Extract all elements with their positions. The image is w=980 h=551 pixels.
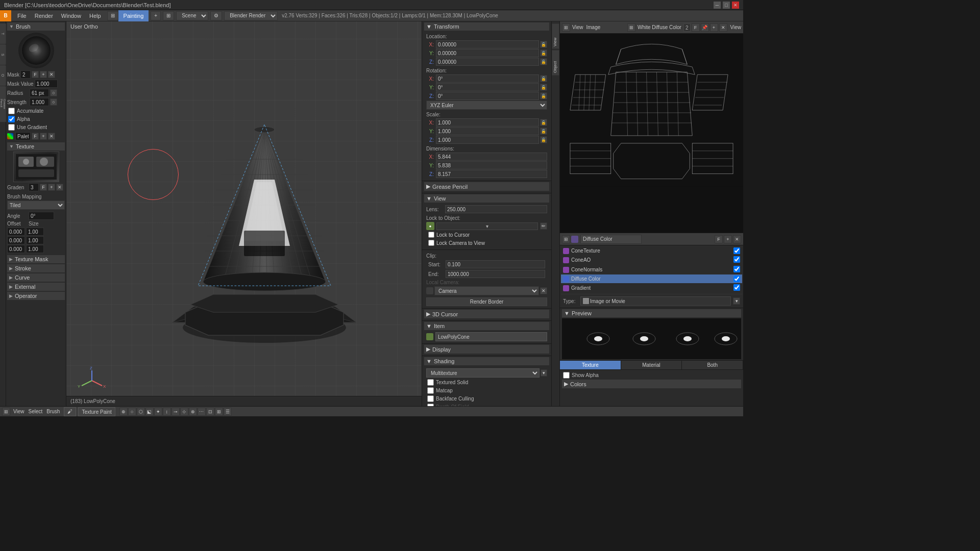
item-name-input[interactable] (435, 332, 547, 341)
backface-culling-check[interactable] (427, 395, 434, 402)
camera-x-btn[interactable]: ✕ (540, 287, 547, 294)
radius-icon-btn[interactable]: ○ (50, 89, 57, 96)
maximize-btn[interactable]: □ (723, 2, 730, 9)
z-scale-input[interactable] (436, 136, 539, 144)
slots-tab[interactable]: S (0, 44, 6, 65)
palett-plus-btn[interactable]: + (40, 133, 47, 140)
x-dim-input[interactable] (436, 153, 547, 161)
texture-mask-header[interactable]: ▶ Texture Mask (7, 255, 65, 263)
show-alpha-check[interactable] (563, 372, 570, 379)
preview-header[interactable]: ▼ Preview (562, 309, 741, 317)
y-loc-lock[interactable]: 🔓 (540, 49, 547, 57)
tex-item-coneao[interactable]: ConeAO (561, 255, 742, 265)
scene-editor-btn[interactable]: ⊞ (163, 11, 174, 20)
bottom-icon-1[interactable]: ⊕ (119, 408, 128, 416)
material-tab[interactable]: Material (621, 361, 682, 369)
lock-object-eyedrop[interactable]: ✏ (540, 222, 547, 230)
tex-item-diffuse[interactable]: Diffuse Color (561, 274, 742, 283)
x-scale-input[interactable] (436, 118, 539, 127)
z-scale-lock[interactable]: 🔓 (540, 136, 547, 143)
z-loc-input[interactable] (436, 58, 539, 66)
lock-object-btn[interactable]: ▾ (436, 222, 538, 230)
brush-btn[interactable]: Brush (46, 409, 60, 414)
gradient-f-btn[interactable]: F (40, 184, 47, 191)
tex-editor-type-btn[interactable]: ⊞ (562, 235, 570, 243)
shading-mode-btn[interactable]: ▾ (541, 369, 547, 377)
mask-x-btn[interactable]: ✕ (48, 71, 55, 78)
both-tab[interactable]: Both (682, 361, 743, 369)
bottom-icon-11[interactable]: ⊡ (206, 408, 214, 416)
size-x-input[interactable] (26, 228, 44, 236)
bottom-icon-4[interactable]: ⬕ (145, 408, 154, 416)
z-rot-input[interactable] (436, 92, 539, 100)
z-loc-lock[interactable]: 🔓 (540, 58, 547, 65)
item-header[interactable]: ▼ Item (424, 322, 549, 330)
bottom-icon-2[interactable]: ○ (128, 408, 136, 416)
external-header[interactable]: ▶ External (7, 283, 65, 291)
tex-item-gradient[interactable]: Gradient (561, 283, 742, 293)
shading-header[interactable]: ▼ Shading (424, 357, 549, 365)
uv-x-btn[interactable]: ✕ (719, 23, 727, 32)
select-btn[interactable]: Select (29, 409, 43, 414)
scene-select[interactable]: Scene (176, 11, 208, 20)
uv-view-btn[interactable]: View (730, 24, 742, 30)
clip-end-input[interactable] (446, 270, 545, 278)
x-rot-input[interactable] (436, 74, 539, 83)
x-loc-lock[interactable]: 🔓 (540, 41, 547, 48)
z-dim-input[interactable] (436, 170, 547, 178)
viewport[interactable]: User Ortho (66, 21, 422, 406)
object-side-tab[interactable]: Object (552, 50, 559, 76)
mode-label[interactable]: Texture Paint (78, 407, 115, 416)
colors-header[interactable]: ▶ Colors (562, 380, 741, 388)
y-rot-input[interactable] (436, 83, 539, 91)
tex-vis-coneao[interactable] (733, 256, 740, 263)
lock-camera-check[interactable] (428, 240, 434, 246)
y-loc-input[interactable] (436, 49, 539, 57)
minimize-btn[interactable]: ─ (714, 2, 721, 9)
uv-pin-btn[interactable]: ⊞ (627, 23, 635, 32)
strength-input[interactable] (30, 98, 49, 106)
close-btn[interactable]: ✕ (732, 2, 739, 9)
gradient-x-btn[interactable]: ✕ (56, 184, 63, 191)
offset-y-input[interactable] (7, 236, 25, 244)
mask-f-btn[interactable]: F (32, 71, 39, 78)
size-z-input[interactable] (26, 245, 44, 253)
stroke-header[interactable]: ▶ Stroke (7, 264, 65, 272)
mask-slot[interactable] (20, 70, 31, 79)
radius-input[interactable] (30, 89, 49, 97)
camera-select[interactable]: Camera (434, 286, 539, 295)
z-rot-lock[interactable]: 🔓 (540, 92, 547, 99)
palett-x-btn[interactable]: ✕ (48, 133, 55, 140)
grease-pencil-tab[interactable]: GreasePencil (0, 86, 6, 122)
matcap-check[interactable] (427, 387, 434, 394)
tex-plus-btn[interactable]: + (724, 235, 732, 243)
euler-select[interactable]: XYZ Euler (426, 101, 547, 110)
y-scale-lock[interactable]: 🔓 (540, 128, 547, 135)
operator-header[interactable]: ▶ Operator (7, 292, 65, 300)
uv-viewport[interactable] (560, 34, 743, 233)
y-scale-input[interactable] (436, 127, 539, 135)
menu-file[interactable]: File (13, 12, 31, 20)
transform-header[interactable]: ▼ Transform (424, 22, 549, 31)
view-btn[interactable]: View (13, 409, 24, 414)
accumulate-check[interactable] (8, 108, 15, 114)
tex-name-input[interactable] (580, 235, 642, 244)
bottom-icon-8[interactable]: ⊹ (180, 408, 188, 416)
bottom-icon-9[interactable]: ⊗ (189, 408, 197, 416)
menu-render[interactable]: Render (31, 12, 57, 20)
x-rot-lock[interactable]: 🔓 (540, 75, 547, 82)
bottom-icon-3[interactable]: ⬡ (137, 408, 145, 416)
bottom-icon-7[interactable]: ⊸ (172, 408, 180, 416)
uv-plus-btn[interactable]: + (710, 23, 718, 32)
strength-icon-btn[interactable]: ○ (50, 98, 57, 106)
x-scale-lock[interactable]: 🔓 (540, 119, 547, 126)
tiled-select[interactable]: Tiled (7, 201, 65, 210)
tex-vis-gradient[interactable] (733, 284, 740, 291)
shading-mode-select[interactable]: Multitexture (426, 368, 540, 378)
grease-pencil-header[interactable]: ▶ Grease Pencil (424, 182, 549, 191)
y-dim-input[interactable] (436, 161, 547, 169)
tex-f-btn[interactable]: F (715, 235, 723, 243)
menu-window[interactable]: Window (57, 12, 85, 20)
3d-cursor-header[interactable]: ▶ 3D Cursor (424, 310, 549, 318)
lock-cursor-check[interactable] (428, 232, 434, 238)
